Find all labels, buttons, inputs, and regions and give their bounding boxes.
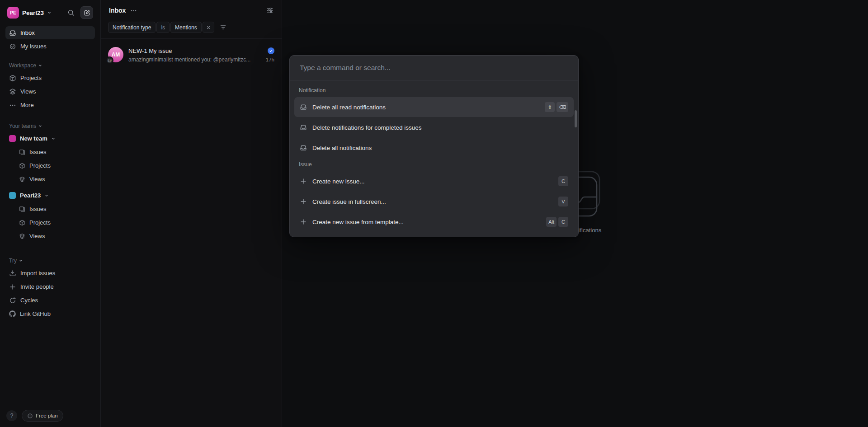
sidebar-item-more[interactable]: More bbox=[5, 99, 95, 112]
my-issues-icon bbox=[9, 43, 16, 50]
notification-title: NEW-1 My issue bbox=[128, 47, 261, 55]
team-item-projects[interactable]: Projects bbox=[5, 159, 95, 172]
teams-section-header[interactable]: Your teams bbox=[5, 121, 95, 131]
add-filter-button[interactable] bbox=[220, 24, 226, 31]
projects-icon bbox=[9, 75, 16, 82]
team-item-projects[interactable]: Projects bbox=[5, 216, 95, 229]
section-title-label: Try bbox=[9, 258, 17, 264]
team-item-issues[interactable]: Issues bbox=[5, 145, 95, 159]
plus-icon bbox=[9, 283, 16, 291]
notification-body: NEW-1 My issue amazingminimalist mention… bbox=[128, 47, 261, 63]
sidebar-item-label: Views bbox=[20, 88, 36, 95]
free-plan-badge[interactable]: Free plan bbox=[22, 410, 63, 422]
team-row-new-team[interactable]: New team bbox=[5, 132, 95, 145]
projects-icon bbox=[19, 163, 25, 169]
team-item-issues[interactable]: Issues bbox=[5, 202, 95, 216]
workspace-section-header[interactable]: Workspace bbox=[5, 60, 95, 71]
filter-value-label: Mentions bbox=[175, 24, 197, 31]
command-delete-all-notifications[interactable]: Delete all notifications bbox=[294, 138, 574, 158]
team-item-views[interactable]: Views bbox=[5, 173, 95, 186]
notification-time: 17h bbox=[266, 57, 274, 62]
scrollbar-thumb[interactable] bbox=[575, 110, 577, 127]
sidebar-item-label: More bbox=[20, 102, 34, 108]
inbox-icon bbox=[300, 144, 307, 151]
avatar: AM @ bbox=[108, 47, 123, 62]
compose-icon bbox=[84, 9, 90, 16]
help-button[interactable]: ? bbox=[6, 410, 17, 421]
import-icon bbox=[9, 270, 16, 277]
sidebar-item-views[interactable]: Views bbox=[5, 85, 95, 98]
search-button[interactable] bbox=[65, 6, 77, 19]
notification-item[interactable]: AM @ NEW-1 My issue amazingminimalist me… bbox=[101, 42, 282, 67]
section-title-label: Your teams bbox=[9, 123, 36, 129]
filter-operator-label: is bbox=[161, 24, 165, 31]
command-label: Delete all read notifications bbox=[312, 104, 386, 111]
command-create-issue-from-template[interactable]: Create new issue from template... Alt C bbox=[294, 212, 574, 232]
sidebar-item-cycles[interactable]: Cycles bbox=[5, 294, 95, 307]
mark-read-button[interactable] bbox=[268, 47, 274, 54]
sidebar-item-my-issues[interactable]: My issues bbox=[5, 40, 95, 53]
views-icon bbox=[19, 233, 25, 239]
workspace-name: Pearl23 bbox=[22, 9, 44, 16]
chevron-down-icon bbox=[38, 64, 42, 67]
chevron-down-icon bbox=[38, 124, 42, 128]
inbox-icon bbox=[300, 124, 307, 131]
inbox-panel: Inbox Notification type is Mentions bbox=[100, 0, 282, 427]
sidebar-item-label: Views bbox=[29, 176, 45, 183]
try-section-header[interactable]: Try bbox=[5, 255, 95, 266]
sidebar-item-link-github[interactable]: Link GitHub bbox=[5, 307, 95, 320]
sidebar-item-label: My issues bbox=[20, 43, 47, 50]
sidebar-item-import-issues[interactable]: Import issues bbox=[5, 267, 95, 280]
filter-chip-group: Notification type is Mentions bbox=[108, 22, 214, 33]
sidebar-item-invite-people[interactable]: Invite people bbox=[5, 280, 95, 293]
notification-meta: 17h bbox=[266, 47, 274, 62]
plus-icon bbox=[300, 198, 307, 205]
command-delete-read-notifications[interactable]: Delete all read notifications ⇧ ⌫ bbox=[294, 97, 574, 117]
chevron-down-icon bbox=[19, 259, 23, 263]
sidebar-item-label: Projects bbox=[29, 162, 51, 169]
command-input[interactable] bbox=[299, 63, 569, 72]
filter-field-chip[interactable]: Notification type bbox=[108, 22, 156, 33]
cycles-icon bbox=[9, 297, 16, 304]
sidebar-item-label: Invite people bbox=[20, 283, 54, 290]
section-title-label: Workspace bbox=[9, 62, 36, 69]
try-section: Try Import issues Invite people bbox=[5, 255, 95, 320]
command-palette: Notification Delete all read notificatio… bbox=[289, 55, 579, 237]
workspace-section: Workspace Projects Views bbox=[5, 60, 95, 112]
command-label: Create new issue... bbox=[312, 178, 365, 185]
more-icon bbox=[9, 102, 16, 109]
mention-badge-icon: @ bbox=[106, 56, 113, 64]
command-group-label: Issue bbox=[294, 158, 574, 171]
views-icon bbox=[9, 88, 16, 95]
filter-remove-button[interactable] bbox=[203, 22, 214, 33]
sidebar-item-label: Issues bbox=[29, 206, 47, 212]
inbox-more-button[interactable] bbox=[130, 7, 137, 14]
chevron-down-icon bbox=[45, 194, 48, 197]
team-row-pearl23[interactable]: Pearl23 bbox=[5, 189, 95, 202]
inbox-icon bbox=[300, 103, 307, 111]
github-icon bbox=[9, 310, 16, 317]
sidebar-item-label: Views bbox=[29, 233, 45, 239]
command-label: Create issue in fullscreen... bbox=[312, 198, 386, 205]
key-c: C bbox=[558, 176, 568, 186]
key-alt: Alt bbox=[546, 217, 557, 227]
sliders-icon bbox=[266, 7, 274, 14]
command-shortcuts: C bbox=[558, 176, 568, 186]
filter-operator-chip[interactable]: is bbox=[156, 22, 170, 33]
command-delete-completed-notifications[interactable]: Delete notifications for completed issue… bbox=[294, 117, 574, 137]
notification-preview: amazingminimalist mentioned you: @pearly… bbox=[128, 56, 261, 63]
chevron-down-icon bbox=[47, 10, 52, 15]
team-item-views[interactable]: Views bbox=[5, 230, 95, 243]
sidebar-item-projects[interactable]: Projects bbox=[5, 71, 95, 84]
sidebar-item-inbox[interactable]: Inbox bbox=[5, 26, 95, 39]
filter-value-chip[interactable]: Mentions bbox=[170, 22, 202, 33]
new-issue-button[interactable] bbox=[80, 6, 93, 19]
command-create-issue-fullscreen[interactable]: Create issue in fullscreen... V bbox=[294, 192, 574, 211]
notification-list: AM @ NEW-1 My issue amazingminimalist me… bbox=[101, 39, 282, 67]
inbox-icon bbox=[9, 29, 16, 37]
command-create-new-issue[interactable]: Create new issue... C bbox=[294, 171, 574, 191]
display-options-button[interactable] bbox=[266, 7, 274, 14]
sidebar-item-label: Projects bbox=[29, 219, 51, 226]
workspace-switcher[interactable]: PE Pearl23 bbox=[5, 5, 95, 21]
more-icon bbox=[130, 7, 137, 14]
